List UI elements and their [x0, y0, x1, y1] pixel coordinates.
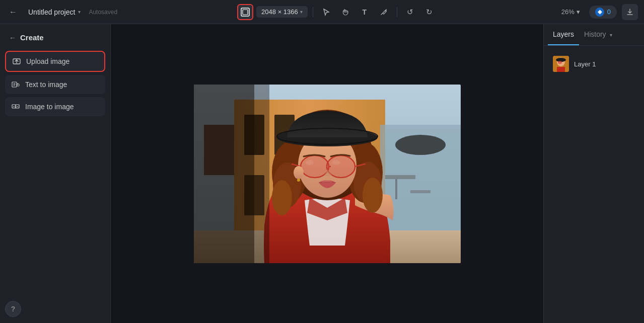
- tab-history[interactable]: History ▾: [579, 24, 617, 45]
- help-button[interactable]: ?: [5, 301, 21, 317]
- project-title-chevron: ▾: [78, 9, 81, 15]
- canvas-tool-icon: [241, 8, 250, 17]
- autosaved-label: Autosaved: [89, 9, 117, 16]
- text-tool-button[interactable]: T: [356, 4, 373, 20]
- divider-2: [397, 7, 397, 17]
- canvas-size-selector[interactable]: 2048 × 1366 ▾: [256, 6, 308, 18]
- create-label: Create: [20, 33, 44, 42]
- svg-point-41: [294, 166, 304, 179]
- back-icon: ←: [9, 8, 17, 17]
- back-button[interactable]: ←: [6, 5, 20, 19]
- credits-icon: ◈: [595, 8, 604, 17]
- redo-icon: ↻: [426, 8, 433, 17]
- right-sidebar-tabs: Layers History ▾: [544, 24, 644, 46]
- svg-point-30: [272, 180, 292, 215]
- canvas-image-container: [194, 85, 461, 263]
- svg-point-40: [332, 160, 340, 165]
- create-back-icon: ←: [9, 34, 16, 42]
- svg-rect-4: [17, 84, 19, 86]
- canvas-image: [194, 85, 461, 263]
- history-chevron: ▾: [610, 32, 612, 38]
- divider-1: [313, 7, 313, 17]
- layer-name: Layer 1: [574, 60, 596, 68]
- select-tool-button[interactable]: [318, 4, 334, 20]
- create-header[interactable]: ← Create: [5, 30, 105, 45]
- image-to-image-icon: [11, 102, 20, 111]
- topbar-right: 26% ▾ ◈ 0: [557, 4, 638, 20]
- download-icon: [626, 8, 634, 16]
- tab-layers-label: Layers: [553, 30, 574, 38]
- svg-rect-1: [243, 10, 248, 15]
- help-icon: ?: [11, 305, 16, 313]
- project-title-text: Untitled project: [28, 8, 75, 16]
- topbar-left: ← Untitled project ▾ Autosaved: [6, 5, 117, 19]
- undo-icon: ↺: [407, 8, 413, 17]
- zoom-chevron: ▾: [577, 8, 580, 16]
- zoom-value: 26%: [561, 8, 575, 16]
- svg-point-42: [297, 179, 300, 182]
- svg-rect-43: [194, 85, 269, 263]
- redo-button[interactable]: ↻: [421, 4, 438, 20]
- credits-button[interactable]: ◈ 0: [589, 6, 617, 19]
- select-tool-icon: [322, 8, 330, 16]
- hand-tool-button[interactable]: [337, 4, 353, 20]
- svg-rect-19: [410, 190, 431, 193]
- zoom-selector[interactable]: 26% ▾: [557, 6, 584, 18]
- image-to-image-item[interactable]: Image to image: [5, 97, 105, 116]
- topbar-center: 2048 × 1366 ▾ T ↺ ↻: [121, 4, 553, 20]
- svg-point-47: [558, 61, 562, 64]
- main-layout: ← Create Upload image: [0, 24, 644, 323]
- text-tool-icon: T: [362, 8, 367, 16]
- text-to-image-label: Text to image: [25, 80, 67, 89]
- upload-image-icon: [12, 57, 21, 66]
- credits-symbol: ◈: [598, 9, 602, 15]
- hand-tool-icon: [341, 8, 349, 16]
- svg-point-38: [328, 156, 354, 177]
- text-to-image-icon: [11, 80, 20, 89]
- canvas-area[interactable]: [111, 24, 543, 323]
- layer-thumbnail: [553, 56, 569, 72]
- credits-count: 0: [607, 8, 611, 16]
- left-sidebar: ← Create Upload image: [0, 24, 111, 323]
- pen-tool-icon: [380, 8, 388, 16]
- layer-thumbnail-preview: [553, 56, 569, 72]
- right-sidebar-content: Layer 1: [544, 46, 644, 323]
- tab-layers[interactable]: Layers: [548, 24, 579, 45]
- svg-rect-17: [385, 175, 415, 179]
- right-sidebar: Layers History ▾ Layer 1: [543, 24, 644, 323]
- svg-point-39: [306, 160, 314, 165]
- svg-rect-48: [557, 67, 565, 72]
- tab-history-label: History: [584, 30, 606, 38]
- canvas-size-chevron: ▾: [300, 9, 303, 15]
- upload-image-item[interactable]: Upload image: [5, 51, 105, 72]
- project-title-button[interactable]: Untitled project ▾: [24, 6, 85, 18]
- topbar: ← Untitled project ▾ Autosaved 2048 × 13…: [0, 0, 644, 24]
- download-button[interactable]: [622, 4, 638, 20]
- upload-image-label: Upload image: [26, 57, 69, 65]
- pen-tool-button[interactable]: [376, 4, 392, 20]
- svg-point-31: [363, 178, 383, 213]
- svg-point-36: [302, 156, 328, 177]
- svg-rect-18: [395, 179, 397, 199]
- canvas-size-text: 2048 × 1366: [261, 8, 298, 16]
- undo-button[interactable]: ↺: [402, 4, 418, 20]
- canvas-tool-button[interactable]: [237, 4, 253, 20]
- layer-item[interactable]: Layer 1: [549, 52, 639, 76]
- svg-point-16: [395, 135, 446, 155]
- text-to-image-item[interactable]: Text to image: [5, 75, 105, 94]
- image-to-image-label: Image to image: [25, 103, 74, 111]
